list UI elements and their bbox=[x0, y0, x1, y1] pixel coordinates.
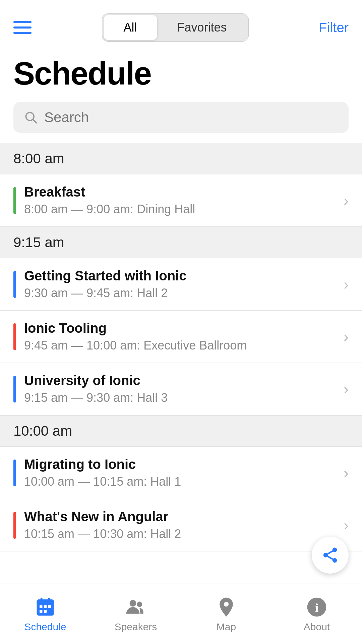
top-nav: All Favorites Filter bbox=[0, 0, 362, 48]
segment-all[interactable]: All bbox=[104, 15, 157, 40]
chevron-right-icon: › bbox=[344, 465, 349, 481]
svg-point-2 bbox=[333, 548, 337, 552]
chevron-right-icon: › bbox=[344, 276, 349, 293]
session-color-bar bbox=[13, 187, 16, 214]
svg-line-1 bbox=[33, 119, 36, 123]
chevron-right-icon: › bbox=[344, 517, 349, 534]
speakers-tab-icon bbox=[124, 596, 147, 619]
chevron-right-icon: › bbox=[344, 192, 349, 209]
svg-point-17 bbox=[137, 601, 142, 607]
svg-rect-15 bbox=[48, 597, 50, 601]
list-item[interactable]: Breakfast8:00 am — 9:00 am: Dining Hall› bbox=[0, 174, 362, 227]
svg-rect-9 bbox=[40, 605, 43, 608]
svg-point-18 bbox=[224, 602, 229, 606]
segment-favorites[interactable]: Favorites bbox=[157, 15, 247, 40]
session-meta: 9:45 am — 10:00 am: Executive Ballroom bbox=[24, 338, 340, 353]
list-item[interactable]: Migrating to Ionic10:00 am — 10:15 am: H… bbox=[0, 447, 362, 499]
about-tab-icon: i bbox=[305, 596, 328, 619]
svg-rect-13 bbox=[44, 610, 47, 613]
session-info: University of Ionic9:15 am — 9:30 am: Ha… bbox=[24, 373, 340, 405]
search-bar[interactable] bbox=[13, 102, 349, 133]
tab-map[interactable]: Map bbox=[181, 596, 272, 633]
session-title: University of Ionic bbox=[24, 373, 340, 388]
svg-rect-12 bbox=[40, 610, 43, 613]
list-item[interactable]: University of Ionic9:15 am — 9:30 am: Ha… bbox=[0, 363, 362, 415]
session-color-bar bbox=[13, 460, 16, 486]
share-icon bbox=[321, 546, 339, 564]
filter-button[interactable]: Filter bbox=[319, 20, 349, 35]
session-info: Migrating to Ionic10:00 am — 10:15 am: H… bbox=[24, 457, 340, 489]
svg-point-4 bbox=[333, 558, 337, 563]
schedule-tab-icon bbox=[34, 596, 57, 619]
tab-schedule[interactable]: Schedule bbox=[0, 596, 90, 633]
svg-rect-10 bbox=[44, 605, 47, 608]
session-color-bar bbox=[13, 271, 16, 298]
session-color-bar bbox=[13, 376, 16, 402]
session-info: Ionic Tooling9:45 am — 10:00 am: Executi… bbox=[24, 321, 340, 353]
session-meta: 10:00 am — 10:15 am: Hall 1 bbox=[24, 475, 340, 489]
session-info: Getting Started with Ionic9:30 am — 9:45… bbox=[24, 268, 340, 300]
schedule-list: 8:00 amBreakfast8:00 am — 9:00 am: Dinin… bbox=[0, 143, 362, 586]
session-meta: 9:30 am — 9:45 am: Hall 2 bbox=[24, 286, 340, 300]
list-item[interactable]: Ionic Tooling9:45 am — 10:00 am: Executi… bbox=[0, 311, 362, 363]
time-header: 9:15 am bbox=[0, 227, 362, 258]
session-meta: 9:15 am — 9:30 am: Hall 3 bbox=[24, 391, 340, 405]
session-meta: 8:00 am — 9:00 am: Dining Hall bbox=[24, 202, 340, 216]
search-icon bbox=[23, 110, 38, 125]
share-fab-button[interactable] bbox=[312, 537, 349, 574]
svg-rect-14 bbox=[41, 597, 43, 601]
session-meta: 10:15 am — 10:30 am: Hall 2 bbox=[24, 527, 340, 541]
svg-line-6 bbox=[327, 551, 333, 554]
session-color-bar bbox=[13, 512, 16, 539]
time-header: 8:00 am bbox=[0, 143, 362, 174]
chevron-right-icon: › bbox=[344, 328, 349, 345]
svg-line-5 bbox=[327, 556, 333, 559]
session-title: Breakfast bbox=[24, 184, 340, 200]
session-info: What's New in Angular10:15 am — 10:30 am… bbox=[24, 509, 340, 541]
svg-point-3 bbox=[323, 553, 328, 557]
svg-text:i: i bbox=[315, 601, 318, 614]
search-input[interactable] bbox=[44, 109, 339, 125]
session-title: Migrating to Ionic bbox=[24, 457, 340, 472]
map-tab-label: Map bbox=[217, 621, 236, 633]
page-title: Schedule bbox=[0, 48, 362, 95]
session-color-bar bbox=[13, 323, 16, 350]
tab-about[interactable]: i About bbox=[272, 596, 362, 633]
hamburger-menu[interactable] bbox=[13, 21, 32, 34]
bottom-tab-bar: Schedule Speakers Map i About bbox=[0, 584, 362, 644]
tab-speakers[interactable]: Speakers bbox=[90, 596, 181, 633]
session-info: Breakfast8:00 am — 9:00 am: Dining Hall bbox=[24, 184, 340, 216]
speakers-tab-label: Speakers bbox=[115, 621, 157, 633]
schedule-tab-label: Schedule bbox=[24, 621, 66, 633]
list-item[interactable]: What's New in Angular10:15 am — 10:30 am… bbox=[0, 499, 362, 551]
list-item[interactable]: Getting Started with Ionic9:30 am — 9:45… bbox=[0, 258, 362, 311]
svg-rect-8 bbox=[37, 599, 54, 604]
about-tab-label: About bbox=[304, 621, 330, 633]
session-title: Getting Started with Ionic bbox=[24, 268, 340, 283]
session-title: What's New in Angular bbox=[24, 509, 340, 524]
map-tab-icon bbox=[215, 596, 238, 619]
svg-point-16 bbox=[130, 600, 136, 606]
time-header: 10:00 am bbox=[0, 415, 362, 447]
chevron-right-icon: › bbox=[344, 381, 349, 397]
segment-control: All Favorites bbox=[102, 13, 249, 42]
session-title: Ionic Tooling bbox=[24, 321, 340, 336]
svg-rect-11 bbox=[48, 605, 51, 608]
